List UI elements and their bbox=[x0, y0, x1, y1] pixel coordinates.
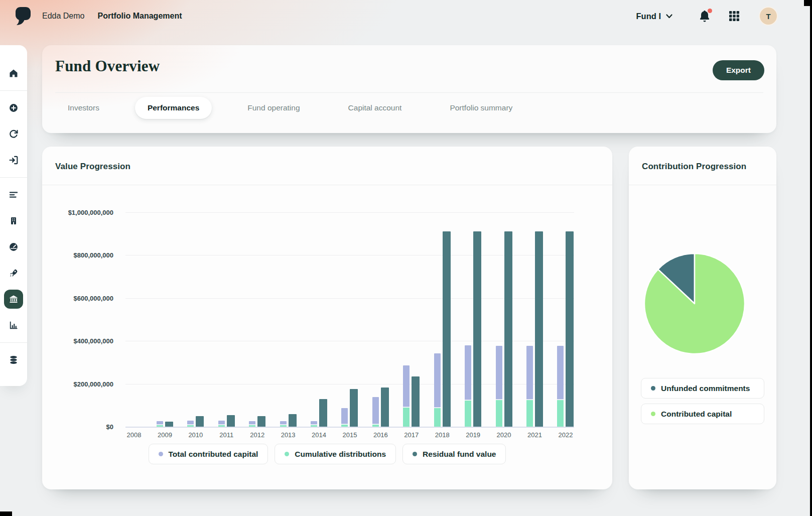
fund-selector-label: Fund I bbox=[636, 12, 661, 21]
bar-total-contributed-capital bbox=[403, 365, 410, 427]
building-icon bbox=[9, 216, 19, 226]
x-tick-label: 2017 bbox=[404, 431, 419, 439]
legend-item-total-contributed-capital[interactable]: Total contributed capital bbox=[149, 444, 268, 464]
sidebar-item-refresh[interactable] bbox=[4, 124, 23, 144]
sidebar-item-reports[interactable] bbox=[4, 316, 23, 335]
sign-in-icon bbox=[9, 155, 19, 165]
x-tick-label: 2019 bbox=[466, 431, 480, 439]
topbar: Edda Demo Portfolio Management Fund I bbox=[0, 0, 812, 32]
legend-item-residual-fund-value[interactable]: Residual fund value bbox=[402, 444, 506, 464]
bar-group-2014: 2014 bbox=[311, 212, 328, 427]
card-divider bbox=[42, 185, 612, 185]
tab-portfolio-summary[interactable]: Portfolio summary bbox=[437, 97, 525, 119]
screen-edge-artifact bbox=[804, 0, 812, 6]
bar-total-contributed-capital bbox=[157, 421, 163, 427]
legend-dot bbox=[159, 452, 163, 456]
legend-item-contributed-capital[interactable]: Contributed capital bbox=[641, 404, 764, 424]
x-tick-label: 2014 bbox=[312, 431, 326, 439]
sidebar-item-data[interactable] bbox=[4, 350, 23, 369]
sidebar-item-dashboard[interactable] bbox=[4, 237, 23, 256]
org-name: Edda Demo bbox=[42, 12, 85, 21]
pie-legend: Unfunded commitmentsContributed capital bbox=[641, 378, 764, 424]
bar-total-contributed-capital bbox=[249, 421, 255, 427]
bar-group-2016: 2016 bbox=[372, 212, 389, 427]
bar-group-2022: 2022 bbox=[557, 212, 574, 427]
bar-total-contributed-capital bbox=[434, 353, 441, 427]
legend-dot bbox=[651, 386, 655, 391]
bar-group-2008: 2008 bbox=[125, 212, 143, 427]
notifications-button[interactable] bbox=[699, 10, 711, 23]
bar-group-2018: 2018 bbox=[434, 212, 451, 427]
legend-label: Unfunded commitments bbox=[661, 384, 750, 393]
bar-cumulative-distributions bbox=[280, 425, 287, 427]
x-tick-label: 2009 bbox=[158, 431, 172, 439]
legend-item-unfunded-commitments[interactable]: Unfunded commitments bbox=[641, 378, 764, 399]
bar-residual-fund-value bbox=[381, 388, 389, 427]
sidebar-item-rocket[interactable] bbox=[4, 264, 23, 283]
tab-investors[interactable]: Investors bbox=[55, 97, 112, 119]
apps-grid-button[interactable] bbox=[729, 11, 740, 22]
x-tick-label: 2016 bbox=[373, 431, 388, 439]
export-button[interactable]: Export bbox=[713, 60, 764, 80]
legend-label: Contributed capital bbox=[661, 410, 732, 419]
value-progression-title: Value Progression bbox=[55, 162, 130, 172]
refresh-icon bbox=[9, 129, 19, 139]
avatar[interactable]: T bbox=[759, 7, 778, 26]
bar-cumulative-distributions bbox=[403, 408, 410, 427]
fund-selector[interactable]: Fund I bbox=[636, 12, 672, 21]
align-left-icon bbox=[9, 190, 19, 200]
rocket-icon bbox=[9, 268, 19, 278]
sidebar bbox=[0, 45, 27, 386]
tab-fund-operating[interactable]: Fund operating bbox=[235, 97, 312, 119]
y-tick-label: $400,000,000 bbox=[73, 337, 113, 345]
x-tick-label: 2008 bbox=[127, 431, 142, 439]
sidebar-item-list[interactable] bbox=[4, 185, 23, 204]
bar-group-2020: 2020 bbox=[495, 212, 512, 427]
sidebar-item-home[interactable] bbox=[4, 64, 23, 83]
sidebar-item-add[interactable] bbox=[4, 98, 23, 117]
page-title: Fund Overview bbox=[55, 57, 160, 75]
bar-group-2010: 2010 bbox=[187, 212, 204, 427]
legend-dot bbox=[651, 412, 655, 416]
bar-total-contributed-capital bbox=[280, 421, 287, 427]
bar-residual-fund-value bbox=[319, 399, 327, 427]
sidebar-item-companies[interactable] bbox=[4, 211, 23, 230]
bar-residual-fund-value bbox=[165, 422, 173, 427]
x-tick-label: 2012 bbox=[250, 431, 264, 439]
sidebar-divider bbox=[0, 90, 27, 91]
sidebar-item-sign-in[interactable] bbox=[4, 151, 23, 170]
legend-item-cumulative-distributions[interactable]: Cumulative distributions bbox=[275, 444, 396, 464]
legend-label: Cumulative distributions bbox=[295, 450, 386, 459]
tab-capital-account[interactable]: Capital account bbox=[336, 97, 415, 119]
bar-group-2019: 2019 bbox=[465, 212, 482, 427]
bar-total-contributed-capital bbox=[557, 346, 564, 427]
bar-cumulative-distributions bbox=[434, 408, 441, 427]
edda-logo-icon[interactable] bbox=[14, 7, 31, 26]
fund-overview-card: Fund Overview Export InvestorsPerformanc… bbox=[42, 45, 776, 133]
legend-dot bbox=[413, 452, 417, 456]
x-tick-label: 2013 bbox=[281, 431, 296, 439]
legend-label: Residual fund value bbox=[423, 450, 496, 459]
sidebar-divider bbox=[0, 342, 27, 343]
y-tick-label: $200,000,000 bbox=[73, 380, 113, 388]
chart-legend: Total contributed capitalCumulative dist… bbox=[42, 444, 612, 464]
gauge-icon bbox=[9, 242, 19, 252]
x-tick-label: 2020 bbox=[497, 431, 511, 439]
bar-group-2009: 2009 bbox=[156, 212, 173, 427]
screen-edge-artifact bbox=[810, 0, 812, 516]
tab-performances[interactable]: Performances bbox=[135, 97, 212, 119]
bar-residual-fund-value bbox=[412, 376, 420, 427]
bar-chart-icon bbox=[9, 320, 19, 330]
bar-cumulative-distributions bbox=[218, 425, 225, 427]
bar-residual-fund-value bbox=[473, 231, 481, 427]
database-icon bbox=[9, 355, 19, 365]
bar-cumulative-distributions bbox=[465, 401, 471, 427]
sidebar-item-funds[interactable] bbox=[4, 290, 23, 309]
y-tick-label: $1,000,000,000 bbox=[68, 209, 113, 216]
bar-residual-fund-value bbox=[257, 416, 265, 427]
screen-edge-artifact bbox=[0, 511, 12, 516]
bar-residual-fund-value bbox=[196, 416, 204, 427]
x-tick-label: 2010 bbox=[188, 431, 203, 439]
bar-residual-fund-value bbox=[504, 231, 512, 427]
y-tick-label: $0 bbox=[106, 423, 113, 431]
